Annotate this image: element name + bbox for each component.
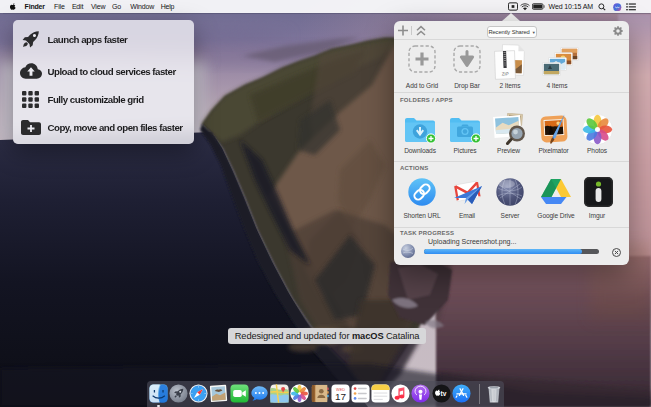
svg-text:17: 17 — [335, 391, 347, 402]
svg-text:tv: tv — [440, 390, 446, 397]
svg-text:ZIP: ZIP — [502, 71, 509, 76]
